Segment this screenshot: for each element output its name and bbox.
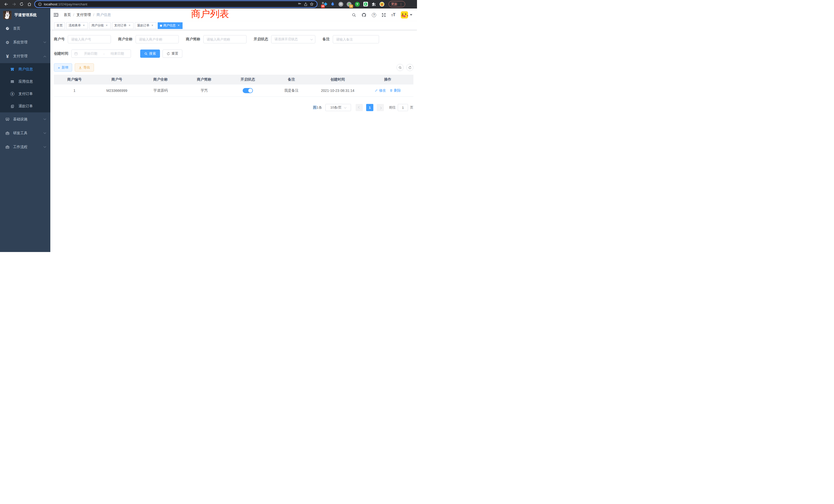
start-date-placeholder[interactable]: 开始日期: [80, 51, 102, 56]
sidebar-item-app-info[interactable]: 应用信息: [0, 75, 50, 88]
sidebar-item-infrastructure[interactable]: 基础设施: [0, 112, 50, 126]
profile-face-icon: [379, 2, 385, 7]
browser-update-button[interactable]: 更新 ⋮: [389, 1, 405, 7]
extensions-area: 10 ⌘ 1 Y: [322, 2, 385, 7]
tag-label: 用户分组: [91, 23, 104, 28]
chevron-left-icon: [358, 106, 360, 109]
edit-button[interactable]: 修改: [375, 88, 386, 93]
command-symbol: ⌘: [338, 2, 343, 7]
browser-profile-avatar[interactable]: [379, 2, 385, 7]
table-options: [396, 64, 413, 71]
logo-bar[interactable]: 芋道管理系统: [0, 8, 50, 22]
sidebar-item-system[interactable]: ⚙ 系统管理: [0, 36, 50, 49]
plus-icon: +: [58, 66, 60, 70]
sidebar-item-pay-order[interactable]: ¥ 支付订单: [0, 88, 50, 100]
user-menu[interactable]: [401, 11, 412, 19]
sidebar-item-payment[interactable]: ¥ 支付管理: [0, 49, 50, 63]
search-label: 搜索: [149, 51, 156, 56]
chevron-up-icon: [44, 56, 46, 58]
reset-button[interactable]: 重置: [162, 49, 182, 58]
end-date-placeholder[interactable]: 结束日期: [107, 51, 128, 56]
extension-y-icon[interactable]: Y: [355, 2, 360, 7]
share-icon[interactable]: [304, 2, 308, 6]
toggle-search-button[interactable]: [396, 64, 404, 71]
url-text[interactable]: localhost:1024/pay/merchant: [44, 2, 87, 6]
export-button[interactable]: 导出: [75, 63, 94, 72]
user-avatar: [401, 11, 408, 19]
close-icon[interactable]: ×: [128, 24, 131, 27]
breadcrumb-home[interactable]: 首页: [64, 13, 71, 17]
sidebar-item-dev-tools[interactable]: 研发工具: [0, 126, 50, 140]
full-name-input[interactable]: [136, 35, 179, 43]
close-icon[interactable]: ×: [105, 24, 108, 27]
sidebar-item-merchant-info[interactable]: 商户信息: [0, 63, 50, 75]
delete-button[interactable]: 删除: [390, 88, 401, 93]
sidebar-item-workflow[interactable]: 工作流程: [0, 140, 50, 154]
filter-row-2: 创建时间 开始日期 - 结束日期 搜索 重置: [54, 49, 413, 58]
github-icon[interactable]: [361, 13, 367, 18]
status-select[interactable]: 请选择开启状态: [271, 35, 315, 43]
total-unit: 条: [319, 106, 322, 109]
extension-recorder-icon[interactable]: 1: [347, 2, 352, 7]
address-bar[interactable]: localhost:1024/pay/merchant: [35, 1, 317, 7]
refresh-table-button[interactable]: [406, 64, 413, 71]
search-button[interactable]: 搜索: [140, 49, 160, 58]
page-size-select[interactable]: 10条/页: [325, 104, 351, 111]
browser-back-icon[interactable]: [3, 1, 10, 7]
tag-refund-order[interactable]: 退款订单×: [135, 22, 156, 29]
search-icon: [398, 66, 402, 69]
col-header-id: 商户编号: [54, 77, 95, 82]
extension-kite-icon[interactable]: [330, 2, 335, 7]
filter-full-name: 商户全称: [118, 35, 179, 43]
chevron-down-icon: [44, 145, 46, 147]
goto-page-input[interactable]: [398, 104, 408, 111]
header-search-icon[interactable]: [352, 13, 356, 17]
sidebar-item-home[interactable]: 首页: [0, 22, 50, 36]
bookmark-star-icon[interactable]: [310, 2, 314, 6]
extension-blocks-icon[interactable]: 10: [322, 2, 327, 7]
help-icon[interactable]: ?: [372, 13, 376, 17]
add-button[interactable]: + 新增: [54, 63, 72, 72]
tag-home[interactable]: 首页: [54, 22, 65, 29]
extension-flag-icon[interactable]: [363, 2, 368, 7]
fullscreen-icon[interactable]: [381, 13, 386, 17]
browser-home-icon[interactable]: [26, 1, 33, 7]
field-label: 商户简称: [186, 37, 200, 42]
page-number-1[interactable]: 1: [366, 104, 373, 111]
browser-forward-icon[interactable]: [10, 1, 18, 7]
field-label: 创建时间: [54, 51, 68, 56]
close-icon[interactable]: ×: [177, 24, 180, 27]
cell-remark: 我是备注: [270, 88, 313, 93]
extensions-puzzle-icon[interactable]: [371, 2, 376, 7]
browser-reload-icon[interactable]: [18, 1, 25, 7]
sidebar-collapse-icon[interactable]: [53, 12, 59, 18]
create-time-range-picker[interactable]: 开始日期 - 结束日期: [71, 49, 131, 58]
short-name-input[interactable]: [203, 35, 246, 43]
tag-merchant-info-active[interactable]: 商户信息×: [158, 22, 182, 29]
page-unit-label: 页: [410, 105, 413, 110]
site-info-icon[interactable]: [38, 2, 42, 6]
filter-remark: 备注: [323, 35, 379, 43]
password-key-icon[interactable]: [298, 2, 302, 6]
sidebar-item-refund-order[interactable]: 退款订单: [0, 100, 50, 112]
reset-label: 重置: [172, 51, 178, 56]
page-content: 商户号 商户全称 商户简称 开启状态 请选择开启状态: [50, 30, 417, 252]
add-label: 新增: [62, 65, 68, 70]
extension-badge-10: 10: [321, 5, 325, 8]
font-size-icon[interactable]: TT: [391, 13, 395, 17]
browser-menu-kebab-icon[interactable]: ⋮: [399, 2, 403, 6]
tag-process-form[interactable]: 流程表单×: [66, 22, 88, 29]
col-header-status: 开启状态: [226, 77, 270, 82]
remark-input[interactable]: [333, 35, 379, 43]
status-toggle-on[interactable]: [243, 88, 253, 93]
close-icon[interactable]: ×: [151, 24, 154, 27]
breadcrumb-payment[interactable]: 支付管理: [76, 13, 91, 17]
merchant-no-input[interactable]: [68, 35, 111, 43]
extension-command-icon[interactable]: ⌘: [338, 2, 343, 7]
next-page-button[interactable]: [377, 104, 384, 111]
prev-page-button[interactable]: [356, 104, 363, 111]
page-size-value: 10条/页: [330, 105, 342, 110]
tag-user-group[interactable]: 用户分组×: [89, 22, 111, 29]
tag-pay-order[interactable]: 支付订单×: [112, 22, 133, 29]
close-icon[interactable]: ×: [82, 24, 86, 27]
